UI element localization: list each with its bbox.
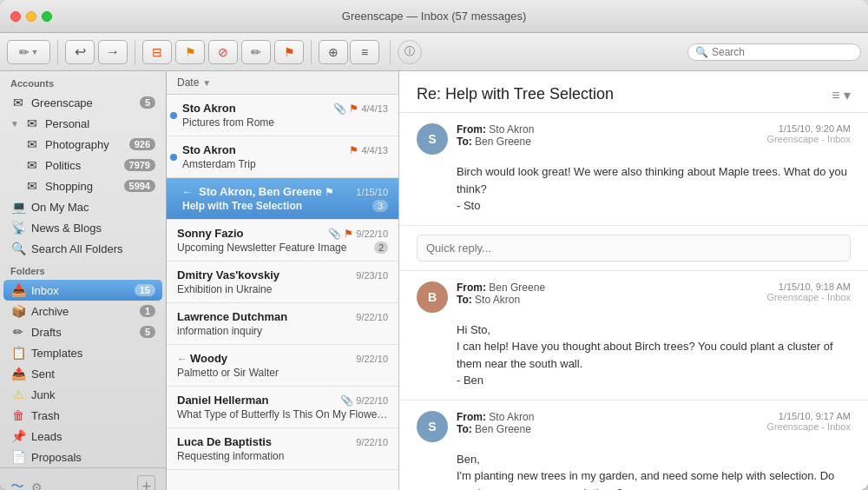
- mail-item[interactable]: ← Sto Akron, Ben Greene ⚑ 1/15/10 Help w…: [167, 178, 398, 220]
- traffic-lights: [10, 11, 52, 22]
- mail-list-header: Date ▼: [167, 71, 398, 95]
- flag-important-button[interactable]: ⚑: [175, 40, 205, 64]
- trash-icon: 🗑: [10, 408, 26, 422]
- mail-item-icons: ⚑ 4/4/13: [349, 144, 388, 156]
- on-my-mac-icon: 💻: [10, 200, 26, 214]
- mail-subject: Requesting information: [177, 450, 388, 462]
- mail-subject: Amsterdam Trip: [182, 158, 388, 170]
- proposals-icon: 📄: [10, 450, 26, 464]
- attachment-icon: 📎: [328, 228, 341, 240]
- sort-chevron[interactable]: ▼: [202, 78, 211, 88]
- sidebar-item-search-all[interactable]: 🔍 Search All Folders: [0, 238, 166, 259]
- mail-item[interactable]: Daniel Hellerman 📎 9/22/10 What Type of …: [167, 387, 398, 428]
- email-date: 1/15/10, 9:20 AM Greenscape - Inbox: [766, 123, 851, 144]
- to-label: To:: [457, 423, 472, 435]
- shopping-label: Shopping: [45, 180, 119, 193]
- sidebar-item-drafts[interactable]: ✏ Drafts 5: [0, 321, 166, 342]
- reply-button[interactable]: ↩: [65, 40, 95, 64]
- inbox-label: Inbox: [31, 284, 129, 297]
- mail-date: 9/23/10: [356, 270, 388, 281]
- filter-button-1[interactable]: ⊕: [319, 40, 348, 64]
- search-all-label: Search All Folders: [31, 242, 155, 255]
- add-folder-icon[interactable]: +: [137, 475, 155, 490]
- mail-sender: Sonny Fazio: [177, 227, 244, 240]
- minimize-button[interactable]: [26, 11, 36, 22]
- mail-subject: What Type of Butterfly Is This On My Flo…: [177, 408, 388, 420]
- leads-icon: 📌: [10, 429, 26, 443]
- flag-icon: ⚑: [284, 45, 295, 59]
- mail-item[interactable]: Lawrence Dutchman 9/22/10 information in…: [167, 303, 398, 345]
- maximize-button[interactable]: [42, 11, 52, 22]
- titlebar: Greenscape — Inbox (57 messages): [0, 0, 868, 33]
- mail-item[interactable]: Dmitry Vas'kovskiy 9/23/10 Exhibition in…: [167, 262, 398, 303]
- email-thread-item: B From: Ben Greene To: Sto Akron: [399, 271, 868, 401]
- mail-subject: Help with Tree Selection: [182, 200, 302, 212]
- sidebar-item-trash[interactable]: 🗑 Trash: [0, 405, 166, 426]
- mail-item[interactable]: Sonny Fazio 📎 ⚑ 9/22/10 Upcoming Newslet…: [167, 220, 398, 262]
- mail-date: 4/4/13: [361, 145, 388, 156]
- compose-split-button[interactable]: ✏ ▼: [7, 40, 50, 64]
- forward-button[interactable]: →: [98, 40, 128, 64]
- junk-label: Junk: [31, 388, 155, 401]
- mail-actions-menu-icon[interactable]: ≡ ▾: [832, 87, 851, 103]
- email-timestamp: 1/15/10, 9:18 AM: [766, 281, 851, 292]
- politics-label: Politics: [45, 159, 119, 172]
- delete-button[interactable]: ⊘: [208, 40, 238, 64]
- info-button[interactable]: ⓘ: [398, 40, 422, 64]
- sidebar-item-inbox[interactable]: 📥 Inbox 15: [3, 280, 162, 301]
- activity-icon[interactable]: 〜: [10, 478, 24, 490]
- sidebar-item-proposals[interactable]: 📄 Proposals: [0, 447, 166, 467]
- avatar: S: [417, 123, 448, 155]
- sidebar-item-shopping[interactable]: ✉ Shopping 5994: [0, 175, 166, 196]
- sidebar-item-politics[interactable]: ✉ Politics 7979: [0, 155, 166, 175]
- quick-reply-input[interactable]: [417, 235, 851, 262]
- sidebar-item-on-my-mac[interactable]: 💻 On My Mac: [0, 196, 166, 217]
- sidebar-item-photography[interactable]: ✉ Photography 926: [0, 134, 166, 155]
- inbox-icon: 📥: [10, 283, 26, 297]
- mail-date: 9/22/10: [356, 437, 388, 447]
- search-input[interactable]: [712, 46, 853, 58]
- email-date: 1/15/10, 9:17 AM Greenscape - Inbox: [766, 411, 851, 432]
- mail-date: 9/22/10: [356, 395, 388, 406]
- mail-item[interactable]: Luca De Baptistis 9/22/10 Requesting inf…: [167, 428, 398, 470]
- close-button[interactable]: [10, 11, 21, 22]
- edit-icon: ✏: [251, 45, 261, 59]
- search-box[interactable]: 🔍: [687, 43, 861, 61]
- photography-badge: 926: [129, 138, 155, 150]
- flag-button[interactable]: ⚑: [274, 40, 304, 64]
- mail-item[interactable]: Sto Akron 📎 ⚑ 4/4/13 Pictures from Rome: [167, 95, 398, 136]
- edit-button[interactable]: ✏: [241, 40, 271, 64]
- email-from: From: Sto Akron: [457, 123, 766, 136]
- mail-view: Re: Help with Tree Selection ≡ ▾ S From:…: [399, 71, 868, 490]
- mail-item[interactable]: ← Woody 9/22/10 Palmetto or Sir Walter: [167, 345, 398, 387]
- drafts-badge: 5: [140, 326, 155, 338]
- attachment-icon: 📎: [333, 103, 346, 115]
- accounts-header: Accounts: [0, 71, 166, 92]
- mail-item[interactable]: Sto Akron ⚑ 4/4/13 Amsterdam Trip: [167, 136, 398, 178]
- archive-button[interactable]: ⊟: [142, 40, 172, 64]
- from-label: From:: [457, 281, 486, 294]
- reply-indicator-icon: ←: [182, 186, 193, 198]
- search-icon: 🔍: [695, 46, 708, 58]
- settings-icon[interactable]: ⚙: [31, 480, 43, 490]
- from-label: From:: [457, 411, 486, 423]
- filter-button-2[interactable]: ≡: [350, 40, 379, 64]
- sidebar-item-personal[interactable]: ▼ ✉ Personal: [0, 113, 166, 134]
- sidebar-item-archive[interactable]: 📦 Archive 1: [0, 301, 166, 321]
- sidebar-item-templates[interactable]: 📋 Templates: [0, 342, 166, 363]
- email-thread-item: S From: Sto Akron To: Ben Greene: [399, 401, 868, 491]
- mail-subject: Pictures from Rome: [182, 116, 388, 129]
- sidebar-item-junk[interactable]: ⚠ Junk: [0, 384, 166, 405]
- email-body: Hi Sto, I can help! Have you thought abo…: [417, 321, 851, 389]
- drafts-label: Drafts: [31, 326, 135, 339]
- app-window: Greenscape — Inbox (57 messages) ✏ ▼ ↩ →…: [0, 0, 868, 490]
- shopping-badge: 5994: [124, 180, 155, 192]
- sidebar-item-news-blogs[interactable]: 📡 News & Blogs: [0, 217, 166, 238]
- sidebar-item-sent[interactable]: 📤 Sent: [0, 363, 166, 384]
- email-account: Greenscape - Inbox: [766, 292, 851, 302]
- sidebar-item-leads[interactable]: 📌 Leads: [0, 426, 166, 447]
- sidebar-item-greenscape[interactable]: ✉ Greenscape 5: [0, 92, 166, 113]
- email-account: Greenscape - Inbox: [766, 134, 851, 144]
- sidebar: Accounts ✉ Greenscape 5 ▼ ✉ Personal ✉ P…: [0, 71, 167, 490]
- email-date: 1/15/10, 9:18 AM Greenscape - Inbox: [766, 281, 851, 302]
